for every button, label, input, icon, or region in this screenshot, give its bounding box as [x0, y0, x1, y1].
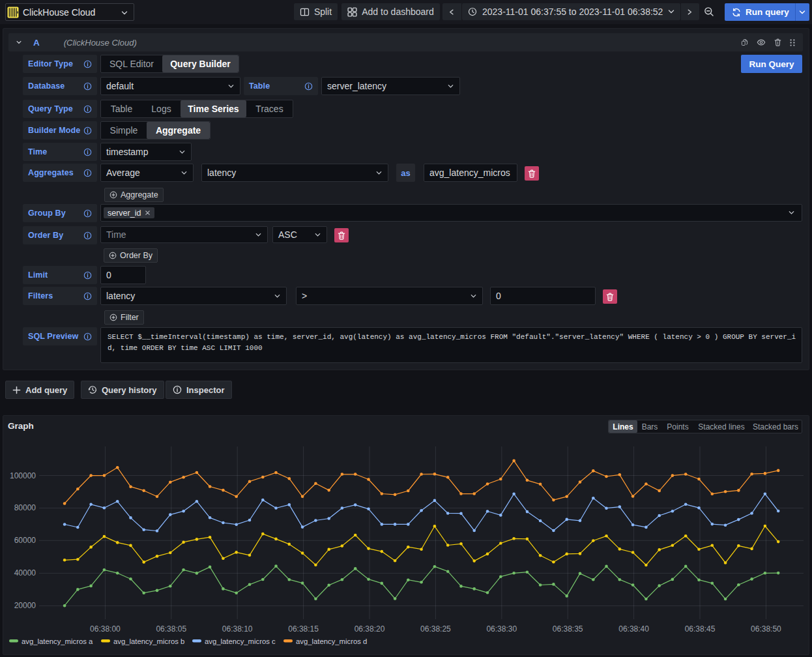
svg-text:avg_latency_micros a: avg_latency_micros a [22, 637, 93, 645]
svg-text:100000: 100000 [10, 471, 36, 480]
svg-text:40000: 40000 [14, 568, 36, 577]
svg-text:avg_latency_micros d: avg_latency_micros d [296, 637, 367, 645]
svg-text:20000: 20000 [14, 601, 36, 610]
svg-text:06:38:20: 06:38:20 [355, 624, 385, 634]
svg-text:06:38:10: 06:38:10 [222, 624, 253, 634]
svg-text:06:38:05: 06:38:05 [156, 624, 186, 634]
svg-text:60000: 60000 [14, 536, 36, 545]
svg-text:06:38:25: 06:38:25 [420, 624, 451, 634]
svg-text:06:38:30: 06:38:30 [486, 624, 517, 634]
svg-text:06:38:40: 06:38:40 [618, 624, 649, 634]
svg-text:06:38:15: 06:38:15 [288, 624, 319, 634]
svg-text:80000: 80000 [14, 503, 36, 512]
svg-text:06:38:50: 06:38:50 [751, 624, 781, 634]
svg-text:avg_latency_micros b: avg_latency_micros b [113, 637, 184, 645]
svg-text:06:38:35: 06:38:35 [553, 624, 583, 634]
svg-text:06:38:00: 06:38:00 [90, 624, 121, 634]
svg-text:06:38:45: 06:38:45 [685, 624, 716, 634]
svg-text:avg_latency_micros c: avg_latency_micros c [205, 637, 276, 645]
